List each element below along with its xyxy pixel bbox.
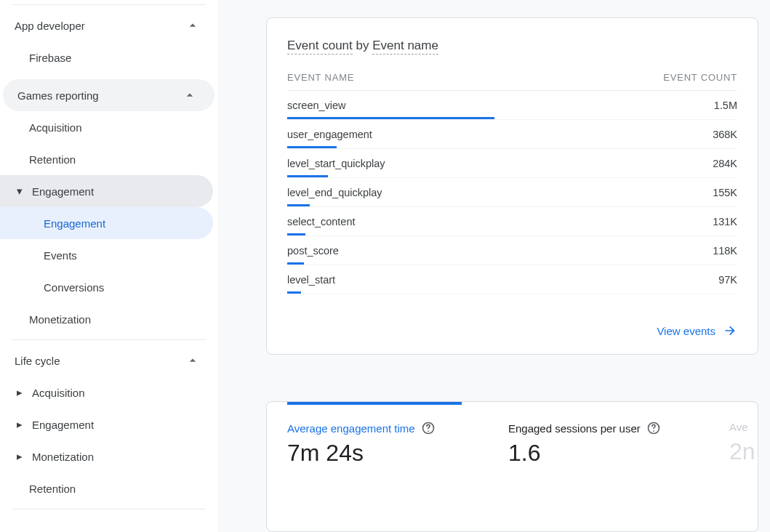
event-count: 155K bbox=[713, 187, 737, 198]
item-label: Events bbox=[44, 249, 77, 262]
divider bbox=[12, 509, 206, 509]
event-count: 97K bbox=[718, 274, 737, 286]
item-label: Engagement bbox=[32, 185, 94, 198]
event-count: 368K bbox=[713, 129, 737, 140]
svg-point-3 bbox=[653, 430, 654, 432]
item-label: Firebase bbox=[29, 52, 71, 64]
event-count-card: Event count by Event name EVENT NAME EVE… bbox=[266, 17, 758, 355]
section-label: Games reporting bbox=[17, 89, 99, 102]
bar-fill bbox=[287, 117, 494, 119]
table-header: EVENT NAME EVENT COUNT bbox=[287, 72, 737, 91]
sidebar-item-firebase[interactable]: Firebase bbox=[0, 41, 217, 73]
event-name: level_start bbox=[287, 274, 335, 286]
section-games-reporting[interactable]: Games reporting bbox=[3, 79, 214, 111]
bar-fill bbox=[287, 291, 301, 294]
triangle-down-icon: ▾ bbox=[15, 185, 25, 198]
help-icon[interactable] bbox=[646, 421, 661, 435]
sidebar-item-conversions[interactable]: Conversions bbox=[0, 271, 217, 303]
triangle-right-icon: ▸ bbox=[15, 450, 25, 463]
table-row[interactable]: level_start_quickplay284K bbox=[287, 149, 737, 178]
chevron-up-icon bbox=[185, 18, 200, 33]
item-label: Engagement bbox=[44, 217, 105, 230]
sidebar-item-engagement-parent[interactable]: ▾ Engagement bbox=[0, 175, 213, 207]
sidebar-item-retention[interactable]: Retention bbox=[0, 143, 217, 175]
item-label: Monetization bbox=[32, 451, 94, 463]
item-label: Acquisition bbox=[32, 387, 85, 399]
help-icon[interactable] bbox=[421, 421, 436, 435]
stat-cutoff[interactable]: Ave 2n bbox=[729, 402, 758, 467]
chevron-up-icon bbox=[185, 353, 200, 368]
triangle-right-icon: ▸ bbox=[15, 418, 25, 431]
stat-engaged-sessions[interactable]: Engaged sessions per user 1.6 bbox=[508, 402, 683, 467]
table-row[interactable]: level_end_quickplay155K bbox=[287, 178, 737, 207]
triangle-right-icon: ▸ bbox=[15, 386, 25, 399]
event-count: 118K bbox=[713, 245, 737, 257]
sidebar-item-lc-retention[interactable]: Retention bbox=[0, 472, 217, 504]
stat-label: Average engagement time bbox=[287, 422, 415, 435]
stat-label: Engaged sessions per user bbox=[508, 422, 641, 435]
divider bbox=[12, 339, 206, 340]
sidebar: App developer Firebase Games reporting A… bbox=[0, 0, 218, 532]
link-label: View events bbox=[657, 325, 715, 337]
event-name: screen_view bbox=[287, 100, 346, 111]
table-row[interactable]: user_engagement368K bbox=[287, 120, 737, 149]
table-row[interactable]: post_score118K bbox=[287, 236, 737, 265]
card-title: Event count by Event name bbox=[287, 39, 737, 53]
item-label: Engagement bbox=[32, 419, 94, 431]
section-label: Life cycle bbox=[15, 355, 60, 367]
sidebar-item-events[interactable]: Events bbox=[0, 239, 217, 271]
metric-label[interactable]: Event count bbox=[287, 39, 353, 55]
bar-fill bbox=[287, 262, 304, 265]
bar-fill bbox=[287, 233, 305, 235]
sidebar-item-lc-acquisition[interactable]: ▸ Acquisition bbox=[0, 376, 217, 408]
item-label: Retention bbox=[29, 153, 76, 166]
table-row[interactable]: screen_view1.5M bbox=[287, 91, 737, 120]
sidebar-item-acquisition[interactable]: Acquisition bbox=[0, 111, 217, 143]
engagement-stats-card: Average engagement time 7m 24s Engaged s… bbox=[266, 401, 758, 532]
stats-tabs: Average engagement time 7m 24s Engaged s… bbox=[287, 402, 737, 467]
event-count: 284K bbox=[713, 158, 737, 169]
item-label: Monetization bbox=[29, 313, 91, 326]
sidebar-item-lc-monetization[interactable]: ▸ Monetization bbox=[0, 440, 217, 472]
event-name: user_engagement bbox=[287, 129, 372, 140]
sidebar-item-engagement[interactable]: Engagement bbox=[0, 207, 213, 239]
event-name: post_score bbox=[287, 245, 339, 257]
event-count: 1.5M bbox=[714, 100, 737, 111]
table-row[interactable]: select_content131K bbox=[287, 207, 737, 236]
arrow-right-icon bbox=[723, 323, 737, 338]
bar-fill bbox=[287, 204, 310, 206]
event-name: level_end_quickplay bbox=[287, 187, 382, 198]
svg-point-1 bbox=[428, 430, 429, 432]
chevron-up-icon bbox=[183, 88, 197, 102]
item-label: Retention bbox=[29, 483, 76, 495]
section-app-developer[interactable]: App developer bbox=[0, 9, 217, 41]
by-word: by bbox=[353, 39, 372, 52]
bar-fill bbox=[287, 146, 337, 148]
section-life-cycle[interactable]: Life cycle bbox=[0, 344, 217, 376]
bar-fill bbox=[287, 175, 328, 177]
stat-label: Ave bbox=[729, 421, 748, 433]
event-name: level_start_quickplay bbox=[287, 158, 385, 169]
dimension-label[interactable]: Event name bbox=[372, 39, 438, 55]
item-label: Acquisition bbox=[29, 121, 82, 134]
stat-value: 7m 24s bbox=[287, 440, 462, 467]
stat-value: 1.6 bbox=[508, 440, 683, 467]
event-rows: screen_view1.5Muser_engagement368Klevel_… bbox=[287, 91, 737, 294]
event-count: 131K bbox=[713, 216, 737, 227]
view-events-link[interactable]: View events bbox=[657, 323, 737, 338]
table-row[interactable]: level_start97K bbox=[287, 265, 737, 294]
stat-value: 2n bbox=[729, 438, 758, 465]
main-content: Event count by Event name EVENT NAME EVE… bbox=[218, 0, 770, 532]
sidebar-item-monetization[interactable]: Monetization bbox=[0, 303, 217, 335]
section-label: App developer bbox=[15, 20, 85, 32]
header-event-count: EVENT COUNT bbox=[663, 72, 737, 83]
header-event-name: EVENT NAME bbox=[287, 72, 354, 83]
divider bbox=[12, 4, 206, 5]
event-name: select_content bbox=[287, 216, 356, 227]
stat-avg-engagement-time[interactable]: Average engagement time 7m 24s bbox=[287, 402, 462, 467]
sidebar-item-lc-engagement[interactable]: ▸ Engagement bbox=[0, 408, 217, 440]
item-label: Conversions bbox=[44, 281, 104, 294]
